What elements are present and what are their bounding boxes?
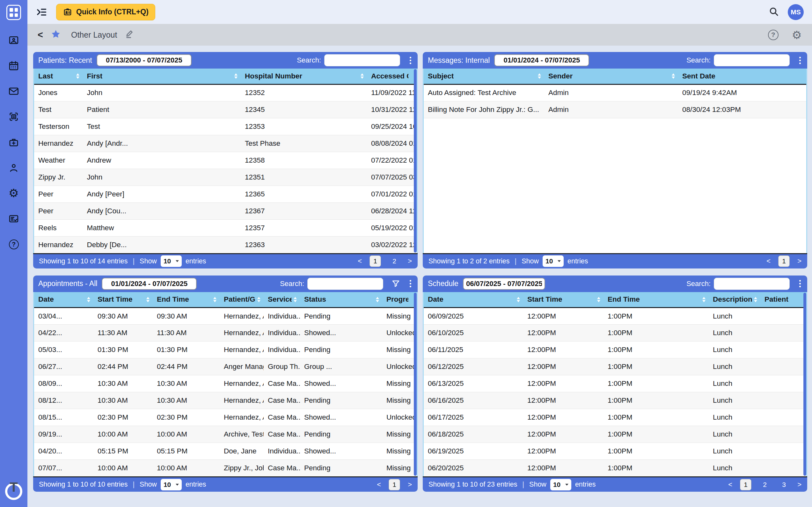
- table-row[interactable]: 06/27...02:44 PM02:44 PMAnger Managemen.…: [34, 358, 417, 375]
- next-page-button[interactable]: >: [408, 258, 412, 265]
- date-range-input[interactable]: [463, 278, 545, 290]
- column-header[interactable]: End Time: [603, 292, 709, 308]
- table-row[interactable]: ReelsMatthew1235705/19/2022 01:14:14 PM: [34, 219, 417, 236]
- table-row[interactable]: 06/13/202512:00PM1:00PMLunch: [424, 375, 806, 392]
- prev-page-button[interactable]: <: [358, 258, 362, 265]
- table-row[interactable]: PeerAndy [Cou...1236706/28/2024 11:19:1 …: [34, 203, 417, 219]
- table-row[interactable]: 06/11/202512:00PM1:00PMLunch: [424, 341, 806, 358]
- search-input[interactable]: [307, 278, 383, 290]
- help-bubble-icon[interactable]: [8, 239, 19, 250]
- search-input[interactable]: [324, 54, 400, 66]
- page-button[interactable]: 2: [389, 256, 400, 267]
- page-button[interactable]: 1: [740, 479, 751, 491]
- column-header[interactable]: Patient/Group: [220, 292, 264, 308]
- patients-icon[interactable]: [8, 35, 19, 46]
- table-row[interactable]: 06/12/202512:00PM1:00PMLunch: [424, 358, 806, 375]
- column-header[interactable]: Subject: [424, 68, 544, 84]
- next-page-button[interactable]: >: [408, 481, 412, 488]
- documents-scan-icon[interactable]: [8, 111, 19, 122]
- table-row[interactable]: Auto Assigned: Test ArchiveAdmin09/19/24…: [424, 84, 806, 101]
- quick-info-button[interactable]: Quick Info (CTRL+Q): [56, 4, 155, 20]
- table-row[interactable]: 06/16/202512:00PM1:00PMLunch: [424, 392, 806, 409]
- table-row[interactable]: 06/18/202512:00PM1:00PMLunch: [424, 426, 806, 443]
- column-header[interactable]: Status: [300, 292, 382, 308]
- kebab-menu-icon[interactable]: [408, 55, 412, 65]
- page-button[interactable]: 3: [778, 479, 790, 491]
- page-button[interactable]: 1: [778, 256, 790, 267]
- table-row[interactable]: 08/15...02:30 PM02:30 PMHernandez, Andy …: [34, 409, 417, 426]
- table-row[interactable]: Billing Note For John Zippy Jr.: G...Adm…: [424, 101, 806, 118]
- scrollbar-thumb[interactable]: [414, 293, 417, 476]
- scrollbar-thumb[interactable]: [803, 293, 806, 476]
- column-header[interactable]: Date: [34, 292, 94, 308]
- prev-page-button[interactable]: <: [728, 481, 732, 488]
- column-header[interactable]: Sent Date: [678, 68, 806, 84]
- page-button[interactable]: 2: [759, 479, 770, 491]
- page-button[interactable]: 1: [369, 256, 381, 267]
- person-icon[interactable]: [8, 162, 19, 173]
- medical-kit-icon[interactable]: [8, 137, 19, 148]
- table-row[interactable]: Zippy Jr.John1235107/07/2025 03:10:41 PM: [34, 169, 417, 185]
- table-row[interactable]: 07/07...10:00 AM10:00 AMZippy Jr., JohnC…: [34, 460, 417, 477]
- column-header[interactable]: Start Time: [523, 292, 603, 308]
- table-row[interactable]: HernandezDebby [De...1236303/02/2022 12:…: [34, 236, 417, 253]
- edit-layout-icon[interactable]: [125, 29, 135, 41]
- mail-icon[interactable]: [8, 86, 19, 97]
- table-row[interactable]: TestersonTest1235309/25/2024 10:45:35 AM: [34, 118, 417, 135]
- table-row[interactable]: 04/22...11:30 AM11:30 AMHernandez, Andy …: [34, 325, 417, 341]
- column-header[interactable]: Date: [424, 292, 523, 308]
- kebab-menu-icon[interactable]: [798, 55, 802, 65]
- table-row[interactable]: 03/04...09:30 AM09:30 AMHernandez, Andy …: [34, 308, 417, 325]
- settings-icon[interactable]: ⚙: [792, 29, 802, 41]
- menu-toggle-icon[interactable]: [36, 6, 47, 18]
- filter-funnel-icon[interactable]: [392, 279, 400, 288]
- column-header[interactable]: Last: [34, 68, 82, 84]
- table-row[interactable]: 06/19/202512:00PM1:00PMLunch: [424, 443, 806, 460]
- table-row[interactable]: 06/09/202512:00PM1:00PMLunch: [424, 308, 806, 325]
- table-row[interactable]: JonesJohn1235211/09/2022 11:33:27 AM: [34, 84, 417, 101]
- table-row[interactable]: 06/17/202512:00PM1:00PMLunch: [424, 409, 806, 426]
- column-header[interactable]: Sender: [544, 68, 678, 84]
- table-row[interactable]: 09/19...10:00 AM10:00 AMArchive, Test (T…: [34, 426, 417, 443]
- global-search-icon[interactable]: [769, 6, 779, 18]
- next-page-button[interactable]: >: [797, 481, 802, 488]
- scrollbar-thumb[interactable]: [414, 69, 417, 252]
- column-header[interactable]: Patient: [760, 292, 806, 308]
- kebab-menu-icon[interactable]: [798, 279, 802, 289]
- date-range-input[interactable]: [102, 278, 197, 290]
- column-header[interactable]: Hospital Number: [241, 68, 367, 84]
- date-range-input[interactable]: [494, 54, 589, 66]
- table-row[interactable]: 06/20/202512:00PM1:00PMLunch: [424, 460, 806, 477]
- column-header[interactable]: End Time: [153, 292, 220, 308]
- page-size-select[interactable]: 10: [161, 479, 182, 491]
- table-row[interactable]: PeerAndy [Peer]1236507/01/2022 01:34:13 …: [34, 185, 417, 203]
- calendar-icon[interactable]: [8, 60, 19, 71]
- page-size-select[interactable]: 10: [550, 479, 571, 491]
- next-page-button[interactable]: >: [797, 258, 802, 265]
- kebab-menu-icon[interactable]: [408, 279, 412, 289]
- column-header[interactable]: Start Time: [94, 292, 153, 308]
- page-size-select[interactable]: 10: [161, 256, 182, 267]
- page-button[interactable]: 1: [389, 479, 400, 491]
- column-header[interactable]: Description: [709, 292, 760, 308]
- back-button[interactable]: <: [38, 30, 43, 40]
- tasks-note-icon[interactable]: [8, 213, 19, 224]
- search-input[interactable]: [714, 54, 790, 66]
- table-row[interactable]: 04/20...05:15 PM05:15 PMDoe, JaneIndivid…: [34, 443, 417, 460]
- table-row[interactable]: 08/12...10:30 AM10:30 AMHernandez, Andy …: [34, 392, 417, 409]
- search-input[interactable]: [714, 278, 790, 290]
- page-size-select[interactable]: 10: [542, 256, 564, 267]
- table-row[interactable]: 08/09...10:30 AM10:30 AMHernandez, Andy …: [34, 375, 417, 392]
- prev-page-button[interactable]: <: [766, 258, 770, 265]
- user-avatar[interactable]: MS: [788, 4, 804, 20]
- table-row[interactable]: HernandezAndy [Andr...Test Phase08/08/20…: [34, 135, 417, 152]
- column-header[interactable]: Accessed On: [367, 68, 417, 84]
- table-row[interactable]: 05/03...01:30 PM01:30 PMHernandez, Andy …: [34, 341, 417, 358]
- date-range-input[interactable]: [97, 54, 192, 66]
- column-header[interactable]: Progress Note: [382, 292, 417, 308]
- table-row[interactable]: TestPatient1234510/31/2022 11:15:26 AM: [34, 101, 417, 118]
- table-row[interactable]: 06/10/202512:00PM1:00PMLunch: [424, 325, 806, 341]
- table-row[interactable]: WeatherAndrew1235807/22/2022 01:40:59 PM: [34, 152, 417, 169]
- prev-page-button[interactable]: <: [377, 481, 381, 488]
- column-header[interactable]: First: [82, 68, 241, 84]
